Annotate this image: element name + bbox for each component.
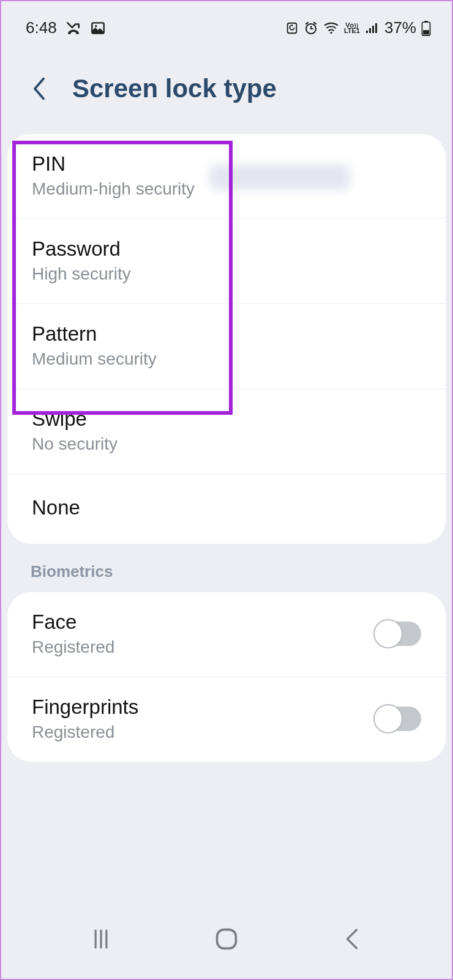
lock-option-swipe[interactable]: Swipe No security [7,389,446,474]
svg-rect-6 [369,28,371,33]
svg-point-4 [330,31,332,33]
page-title: Screen lock type [72,74,277,103]
lock-option-title: Pattern [32,322,157,346]
biometric-sub: Registered [32,637,114,657]
face-toggle[interactable] [375,622,421,646]
status-bar: 6:48 Vo)) LTE1 [1,1,452,43]
svg-rect-10 [424,21,427,23]
lock-option-password[interactable]: Password High security [7,219,446,304]
lock-option-title: PIN [32,152,195,176]
biometric-title: Fingerprints [32,696,138,719]
svg-rect-12 [217,930,236,949]
lock-options-card: PIN Medium-high security Password High s… [7,134,446,544]
lock-option-title: None [32,496,80,519]
svg-rect-8 [375,23,377,33]
navigation-bar [1,899,452,979]
lock-option-sub: Medium security [32,349,157,369]
battery-icon [421,20,431,36]
missed-call-icon [66,20,81,36]
nav-back-button[interactable] [334,921,370,957]
home-button[interactable] [208,921,245,957]
lock-option-none[interactable]: None [7,474,446,544]
biometrics-section-label: Biometrics [1,544,452,592]
sync-icon [285,21,299,35]
biometric-sub: Registered [32,722,138,742]
redacted-text [209,165,350,190]
fingerprints-toggle[interactable] [375,707,421,731]
page-header: Screen lock type [1,43,452,134]
lock-option-sub: No security [32,434,118,454]
lock-option-title: Password [32,237,131,261]
lock-option-title: Swipe [32,407,118,431]
lock-option-pin[interactable]: PIN Medium-high security [7,134,446,219]
biometric-face[interactable]: Face Registered [7,592,446,677]
lock-option-sub: Medium-high security [32,179,195,199]
wifi-icon [323,21,339,35]
svg-rect-7 [372,26,374,33]
biometric-fingerprints[interactable]: Fingerprints Registered [7,677,446,762]
volte-icon: Vo)) LTE1 [344,23,360,34]
biometric-title: Face [32,611,114,634]
biometrics-card: Face Registered Fingerprints Registered [7,592,446,762]
lock-option-pattern[interactable]: Pattern Medium security [7,304,446,389]
signal-icon [365,22,380,34]
svg-rect-11 [423,30,429,34]
picture-icon [90,20,106,36]
battery-percent: 37% [384,18,416,37]
status-right: Vo)) LTE1 37% [285,18,431,37]
back-button[interactable] [27,76,51,101]
alarm-icon [304,21,318,35]
svg-point-1 [95,25,97,27]
svg-rect-5 [366,31,368,33]
status-left: 6:48 [26,18,106,37]
lock-option-sub: High security [32,264,131,284]
recents-button[interactable] [83,921,119,957]
clock-text: 6:48 [26,18,57,37]
